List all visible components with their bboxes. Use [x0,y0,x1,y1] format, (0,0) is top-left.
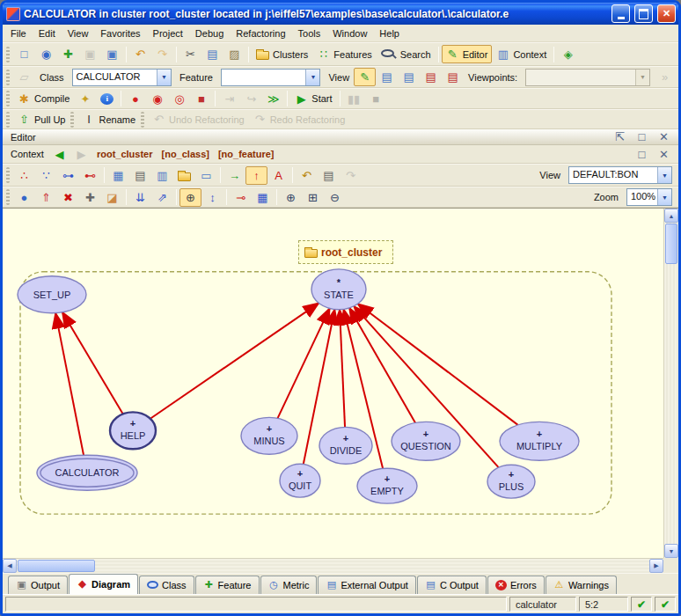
minimize-button[interactable] [611,4,630,23]
maximize-button[interactable] [634,4,653,23]
open-file-icon[interactable]: ◉ [35,45,57,63]
view-contracts-icon[interactable]: ▤ [420,68,442,86]
remove-item-icon[interactable]: ✖ [57,188,79,207]
client-supplier-links-icon[interactable]: ⊶ [57,166,79,185]
tab-warnings[interactable]: ⚠Warnings [546,576,617,594]
clusters-button[interactable]: Clusters [252,45,312,63]
tab-errors[interactable]: Errors [487,576,545,594]
horizontal-scrollbar[interactable]: ◀ ▶ [3,558,663,573]
search-button[interactable]: Search [377,45,436,63]
vertical-scroll-track[interactable] [664,265,678,544]
menu-refactoring[interactable]: Refactoring [230,26,291,41]
inheritance-link-QUESTION-STATE[interactable] [349,308,415,423]
redo-refactoring-button[interactable]: ↷Redo Refactoring [249,110,350,128]
zoom-combo[interactable]: 100%▼ [626,188,672,206]
toolbar-grip[interactable] [6,167,10,183]
cancel-compilation-icon[interactable]: ■ [190,90,212,108]
horizontal-scroll-track[interactable] [96,559,649,573]
toolbar-grip[interactable] [6,189,10,205]
toolbar-grip[interactable] [70,112,74,128]
pull-up-button[interactable]: ⇧Pull Up [13,110,70,128]
history-forward-icon[interactable]: ▶ [70,145,92,164]
scroll-left-icon[interactable]: ◀ [3,559,17,573]
view-clickable-icon[interactable]: ▤ [398,68,420,86]
editor-pane-maximize-icon[interactable]: □ [631,128,653,146]
inheritance-links-icon[interactable]: ⊷ [79,166,101,185]
new-class-icon[interactable]: ✚ [57,45,79,63]
scroll-up-icon[interactable]: ▲ [664,209,678,223]
menu-help[interactable]: Help [373,26,406,41]
toggle-link-labels-icon[interactable]: ⊸ [230,188,252,207]
save-all-icon[interactable]: ▣ [101,45,123,63]
menu-edit[interactable]: Edit [33,26,62,41]
new-cluster-icon[interactable] [173,166,195,185]
tab-class[interactable]: Class [139,576,194,594]
class-node-HELP[interactable]: +HELP [110,412,156,449]
anchor-item-icon[interactable]: ✚ [79,188,101,207]
vertical-scrollbar[interactable]: ▲ ▼ [663,209,678,558]
view-editor-icon[interactable]: ✎ [354,68,376,86]
feature-combo[interactable]: ▼ [221,69,321,86]
editor-pane-undock-icon[interactable]: ⇱ [609,128,631,146]
inheritance-link-MINUS-STATE[interactable] [277,308,329,418]
undo-diagram-icon[interactable]: ↶ [296,166,318,185]
chevron-down-icon[interactable]: ▼ [305,70,319,85]
title-bar[interactable]: CALCULATOR in cluster root_cluster locat… [3,3,678,25]
toolbar-grip[interactable] [6,47,10,62]
menu-tools[interactable]: Tools [292,26,327,41]
tab-external-output[interactable]: ▤External Output [318,576,415,594]
class-node-STATE[interactable]: *STATE [311,269,366,310]
class-node-EMPTY[interactable]: +EMPTY [357,468,417,503]
tab-diagram[interactable]: ◆Diagram [69,574,138,594]
scroll-right-icon[interactable]: ▶ [649,559,663,573]
finalize-icon[interactable]: ◎ [168,90,190,108]
text-tool-icon[interactable]: A [267,166,289,185]
center-on-selection-icon[interactable]: ⊕ [179,188,201,207]
diagram-history-icon[interactable]: ▤ [318,166,340,185]
inheritance-link-HELP-SET_UP[interactable] [62,312,123,414]
undo-refactoring-button[interactable]: ↶Undo Refactoring [148,110,249,128]
toolbar-grip[interactable] [141,112,144,128]
class-node-MULTIPLY[interactable]: +MULTIPLY [500,422,579,460]
class-node-SET_UP[interactable]: SET_UP [18,276,86,313]
paste-icon[interactable]: ▨ [223,45,245,63]
zoom-out-icon[interactable]: ⊖ [324,188,346,207]
erase-item-icon[interactable]: ◪ [101,188,123,207]
toolbar-grip[interactable] [6,70,10,85]
cut-icon[interactable]: ✂ [179,45,201,63]
zoom-fit-icon[interactable]: ⊞ [302,188,324,207]
redo-diagram-icon[interactable]: ↷ [340,166,362,185]
quality-layout-icon[interactable]: ● [13,188,35,207]
class-node-QUIT[interactable]: +QUIT [280,464,320,497]
context-pane-maximize-icon[interactable]: □ [631,145,653,164]
class-links-icon[interactable]: ∴ [13,166,35,185]
class-node-DIVIDE[interactable]: +DIVIDE [319,427,372,464]
tab-c-output[interactable]: ▤C Output [417,576,487,594]
cluster-links-icon[interactable]: ∵ [35,166,57,185]
diagram-views-icon[interactable]: ▥ [151,166,173,185]
context-pane-close-icon[interactable]: ✕ [653,145,675,164]
editor-pane-close-icon[interactable]: ✕ [653,128,675,146]
diagram-view-combo[interactable]: DEFAULT:BON▼ [568,166,672,184]
toolbar-overflow-icon[interactable]: » [654,68,676,86]
class-node-CALCULATOR[interactable]: CALCULATOR [37,455,137,490]
save-icon[interactable]: ▣ [79,45,101,63]
menu-window[interactable]: Window [326,26,373,41]
tab-feature[interactable]: ✚Feature [195,576,260,594]
toggle-sort-icon[interactable]: ↕ [201,188,223,207]
inheritance-link-DIVIDE-STATE[interactable] [340,310,345,428]
rename-button[interactable]: IRename [77,110,140,128]
step-debug-icon[interactable]: ↪ [240,90,262,108]
vertical-scroll-thumb[interactable] [665,224,677,264]
cluster-tag[interactable]: root_cluster [298,240,393,264]
class-node-PLUS[interactable]: +PLUS [487,465,535,498]
inheritance-link-CALCULATOR-SET_UP[interactable] [55,313,84,456]
tab-metric[interactable]: ◷Metric [260,576,318,594]
inheritance-link-tool-icon[interactable]: ↑ [245,166,267,185]
menu-view[interactable]: View [62,26,95,41]
stop-icon[interactable]: ■ [365,90,387,108]
compile-generate-icon[interactable]: ✦ [74,90,96,108]
diagram-canvas[interactable]: SET_UP*STATE+HELP+MINUS+DIVIDE+QUESTION+… [3,209,663,558]
menu-favorites[interactable]: Favorites [94,26,146,41]
freeze-icon[interactable]: ◉ [146,90,168,108]
